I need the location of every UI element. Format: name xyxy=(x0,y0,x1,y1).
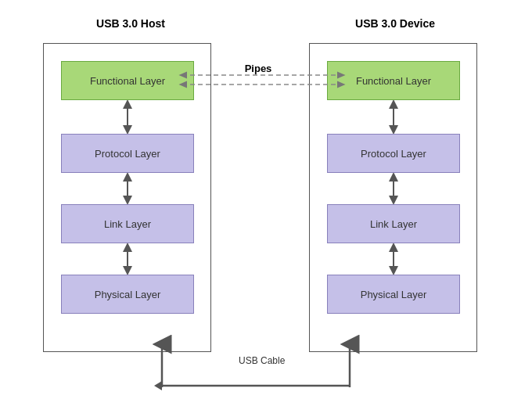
host-functional-layer: Functional Layer xyxy=(61,61,194,100)
host-arrow-2 xyxy=(119,173,136,204)
host-arrow-1 xyxy=(119,100,136,134)
device-title: USB 3.0 Device xyxy=(313,17,477,30)
device-arrow-3 xyxy=(385,243,402,275)
device-physical-layer: Physical Layer xyxy=(327,275,460,314)
host-link-layer: Link Layer xyxy=(61,204,194,243)
device-protocol-layer: Protocol Layer xyxy=(327,134,460,173)
host-arrow-3 xyxy=(119,243,136,275)
pipe-arrows xyxy=(176,67,348,91)
device-arrow-1 xyxy=(385,100,402,134)
host-physical-layer: Physical Layer xyxy=(61,275,194,314)
device-link-layer: Link Layer xyxy=(327,204,460,243)
svg-marker-24 xyxy=(154,381,162,390)
diagram-container: USB 3.0 Host USB 3.0 Device Functional L… xyxy=(0,0,532,399)
host-protocol-layer: Protocol Layer xyxy=(61,134,194,173)
device-arrow-2 xyxy=(385,173,402,204)
host-title: USB 3.0 Host xyxy=(49,17,213,30)
usb-cable-label: USB Cable xyxy=(239,355,285,366)
